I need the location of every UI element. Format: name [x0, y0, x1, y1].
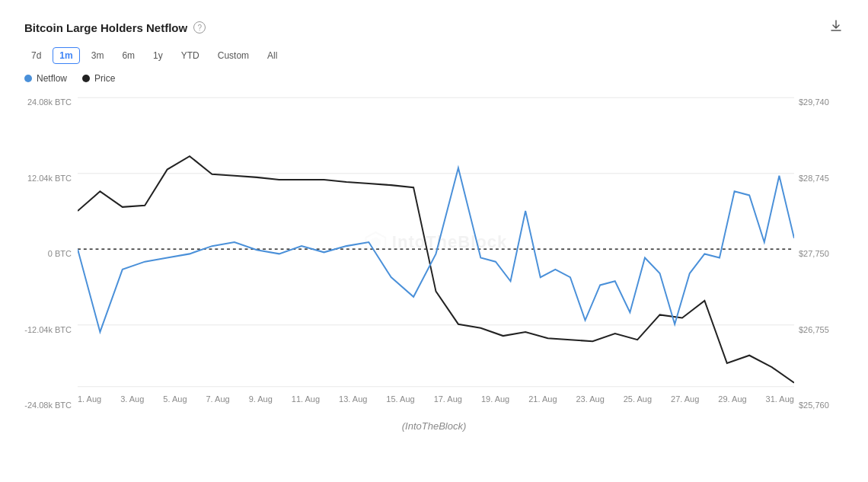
x-label-6: 11. Aug	[292, 394, 320, 404]
filter-btn-7d[interactable]: 7d	[24, 47, 48, 64]
y-left-1: 24.08k BTC	[24, 97, 78, 107]
y-axis-right: $29,740 $28,745 $27,750 $26,755 $25,760	[794, 90, 844, 417]
time-filters: 7d1m3m6m1yYTDCustomAll	[24, 47, 844, 64]
filter-btn-ytd[interactable]: YTD	[174, 47, 206, 64]
x-label-5: 9. Aug	[249, 394, 273, 404]
price-label: Price	[94, 73, 115, 84]
x-label-9: 17. Aug	[434, 394, 462, 404]
y-left-5: -24.08k BTC	[24, 401, 78, 410]
x-label-16: 31. Aug	[766, 394, 794, 404]
x-label-11: 21. Aug	[528, 394, 557, 404]
filter-btn-3m[interactable]: 3m	[85, 47, 111, 64]
x-label-14: 27. Aug	[671, 394, 699, 404]
x-label-3: 5. Aug	[163, 394, 187, 404]
filter-btn-1m[interactable]: 1m	[53, 47, 79, 64]
x-label-12: 23. Aug	[576, 394, 604, 404]
main-container: Bitcoin Large Holders Netflow ? 7d1m3m6m…	[0, 0, 868, 482]
x-label-8: 15. Aug	[386, 394, 414, 404]
download-icon[interactable]	[828, 18, 844, 37]
y-left-2: 12.04k BTC	[24, 174, 78, 183]
chart-svg	[78, 90, 794, 394]
x-axis: 1. Aug 3. Aug 5. Aug 7. Aug 9. Aug 11. A…	[78, 394, 794, 417]
x-label-15: 29. Aug	[718, 394, 746, 404]
filter-btn-all[interactable]: All	[260, 47, 284, 64]
filter-btn-custom[interactable]: Custom	[211, 47, 256, 64]
x-label-1: 1. Aug	[78, 394, 101, 404]
legend: Netflow Price	[24, 73, 844, 84]
y-right-3: $27,750	[794, 249, 844, 258]
footer: (IntoTheBlock)	[24, 420, 844, 432]
chart-area: 24.08k BTC 12.04k BTC 0 BTC -12.04k BTC …	[24, 90, 844, 417]
netflow-label: Netflow	[37, 73, 67, 84]
y-left-4: -12.04k BTC	[24, 325, 78, 334]
chart-inner: IntoTheBlock	[78, 90, 794, 394]
y-left-3: 0 BTC	[24, 249, 78, 258]
filter-btn-6m[interactable]: 6m	[115, 47, 142, 64]
chart-title: Bitcoin Large Holders Netflow	[24, 21, 187, 34]
x-label-2: 3. Aug	[120, 394, 144, 404]
price-dot	[82, 75, 90, 82]
x-label-13: 25. Aug	[624, 394, 652, 404]
y-right-5: $25,760	[794, 401, 844, 410]
y-right-2: $28,745	[794, 174, 844, 183]
x-label-4: 7. Aug	[206, 394, 229, 404]
x-label-10: 19. Aug	[481, 394, 509, 404]
header-row: Bitcoin Large Holders Netflow ?	[24, 18, 844, 37]
y-axis-left: 24.08k BTC 12.04k BTC 0 BTC -12.04k BTC …	[24, 90, 78, 417]
netflow-dot	[24, 75, 32, 82]
legend-price: Price	[82, 73, 115, 84]
y-right-4: $26,755	[794, 325, 844, 334]
filter-btn-1y[interactable]: 1y	[146, 47, 170, 64]
netflow-line	[78, 168, 794, 332]
price-line	[78, 156, 794, 382]
y-right-1: $29,740	[794, 97, 844, 107]
title-area: Bitcoin Large Holders Netflow ?	[24, 21, 206, 34]
x-label-7: 13. Aug	[339, 394, 367, 404]
legend-netflow: Netflow	[24, 73, 67, 84]
info-icon[interactable]: ?	[193, 21, 206, 34]
